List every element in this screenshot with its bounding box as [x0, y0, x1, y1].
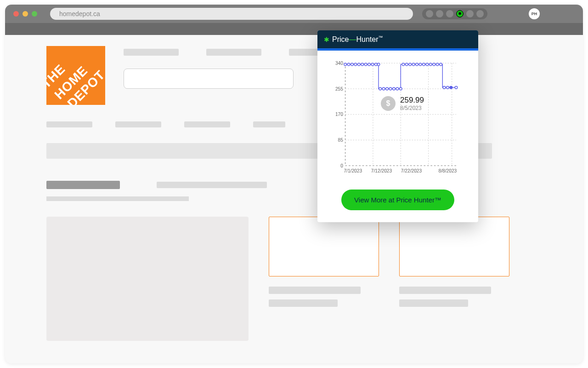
svg-point-47: [436, 63, 439, 66]
svg-point-20: [347, 63, 350, 66]
extension-slot[interactable]: [466, 10, 474, 17]
view-more-button[interactable]: View More at Price Hunter™: [341, 190, 454, 210]
extension-slot[interactable]: [426, 10, 433, 17]
svg-point-19: [344, 63, 347, 66]
tooltip-price: 259.99: [400, 96, 424, 105]
svg-point-37: [402, 63, 405, 66]
address-bar[interactable]: homedepot.ca: [50, 8, 413, 20]
page-content: THE HOME DEPOT: [5, 35, 583, 363]
dollar-icon: $: [381, 96, 396, 111]
url-text: homedepot.ca: [59, 10, 100, 17]
svg-point-35: [396, 88, 399, 91]
bookmarks-bar: [5, 23, 583, 35]
svg-point-22: [354, 63, 357, 66]
nav-placeholder: [206, 49, 261, 56]
section-caption-placeholder: [46, 196, 189, 201]
svg-point-36: [400, 88, 402, 91]
hero-card[interactable]: [46, 217, 249, 341]
svg-point-49: [443, 86, 446, 89]
nav-placeholder: [289, 49, 321, 56]
minimize-window-button[interactable]: [23, 11, 28, 17]
placeholder: [115, 121, 161, 127]
popup-header: ✱ Price—Hunter™: [317, 30, 478, 48]
homedepot-logo[interactable]: THE HOME DEPOT: [46, 46, 105, 105]
svg-point-29: [377, 63, 380, 66]
svg-point-51: [450, 86, 452, 89]
window-controls: [13, 11, 37, 17]
titlebar: homedepot.ca PH: [5, 5, 583, 23]
chart-svg: 340 255 170 85 0 7/1/2023 7/12/2023 7/22…: [323, 59, 470, 178]
svg-point-33: [389, 88, 392, 91]
svg-text:255: 255: [335, 86, 343, 92]
svg-point-39: [409, 63, 412, 66]
price-chart: 340 255 170 85 0 7/1/2023 7/12/2023 7/22…: [317, 51, 478, 184]
svg-text:8/8/2023: 8/8/2023: [439, 168, 457, 173]
browser-window: homedepot.ca PH THE HOME DEPOT: [5, 5, 583, 363]
svg-point-50: [447, 86, 449, 89]
extension-slot[interactable]: [446, 10, 453, 17]
extension-slot[interactable]: [436, 10, 443, 17]
placeholder: [399, 287, 491, 294]
placeholder: [269, 299, 338, 307]
svg-text:7/22/2023: 7/22/2023: [401, 168, 422, 173]
svg-point-34: [393, 88, 396, 91]
svg-point-31: [382, 88, 385, 91]
price-hunter-popup: ✱ Price—Hunter™ 340 255 170 85: [317, 30, 478, 222]
svg-point-30: [379, 88, 382, 91]
price-hunter-extension-icon[interactable]: [456, 10, 464, 17]
chart-tooltip: $ 259.99 8/5/2023: [381, 96, 424, 111]
product-card[interactable]: [399, 217, 509, 276]
svg-text:340: 340: [335, 61, 343, 66]
svg-point-25: [364, 63, 367, 66]
svg-text:0: 0: [340, 163, 343, 168]
svg-text:170: 170: [335, 112, 343, 117]
svg-text:85: 85: [338, 138, 344, 143]
svg-point-43: [423, 63, 425, 66]
placeholder: [269, 287, 361, 294]
section-title-placeholder: [46, 181, 120, 189]
svg-point-28: [375, 63, 378, 66]
brand-name: Price—Hunter™: [332, 35, 383, 44]
svg-point-46: [433, 63, 435, 66]
nav-placeholder: [124, 49, 179, 56]
svg-point-24: [361, 63, 364, 66]
profile-avatar[interactable]: PH: [529, 8, 540, 19]
svg-point-44: [426, 63, 429, 66]
close-window-button[interactable]: [13, 11, 19, 17]
svg-point-41: [416, 63, 418, 66]
maximize-window-button[interactable]: [32, 11, 37, 17]
extensions-tray: [422, 8, 487, 19]
svg-point-40: [412, 63, 415, 66]
svg-point-52: [455, 86, 458, 89]
placeholder: [399, 299, 468, 307]
svg-point-26: [368, 63, 371, 66]
svg-point-38: [406, 63, 408, 66]
svg-text:7/12/2023: 7/12/2023: [371, 168, 392, 173]
svg-text:7/1/2023: 7/1/2023: [344, 168, 362, 173]
extension-slot[interactable]: [476, 10, 484, 17]
placeholder: [184, 121, 230, 127]
placeholder: [253, 121, 285, 127]
product-card[interactable]: [269, 217, 379, 276]
svg-point-23: [358, 63, 361, 66]
svg-point-45: [430, 63, 432, 66]
svg-point-27: [371, 63, 374, 66]
section-subtitle-placeholder: [157, 182, 267, 188]
svg-point-21: [351, 63, 354, 66]
svg-point-32: [386, 88, 389, 91]
svg-point-42: [419, 63, 422, 66]
svg-point-48: [440, 63, 442, 66]
asterisk-icon: ✱: [324, 36, 329, 43]
placeholder: [46, 121, 92, 127]
tooltip-date: 8/5/2023: [400, 105, 424, 111]
site-search-input[interactable]: [124, 69, 294, 89]
